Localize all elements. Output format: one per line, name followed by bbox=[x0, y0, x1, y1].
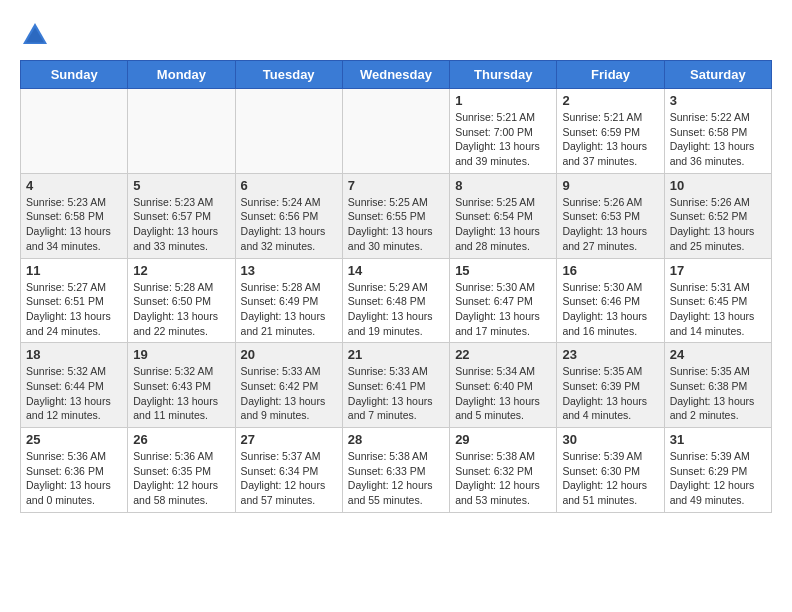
day-info: Sunrise: 5:29 AM Sunset: 6:48 PM Dayligh… bbox=[348, 280, 444, 339]
logo-icon bbox=[20, 20, 50, 50]
calendar-cell bbox=[235, 89, 342, 174]
calendar-cell: 3Sunrise: 5:22 AM Sunset: 6:58 PM Daylig… bbox=[664, 89, 771, 174]
calendar-cell: 31Sunrise: 5:39 AM Sunset: 6:29 PM Dayli… bbox=[664, 428, 771, 513]
day-info: Sunrise: 5:28 AM Sunset: 6:50 PM Dayligh… bbox=[133, 280, 229, 339]
day-info: Sunrise: 5:38 AM Sunset: 6:32 PM Dayligh… bbox=[455, 449, 551, 508]
calendar-cell: 7Sunrise: 5:25 AM Sunset: 6:55 PM Daylig… bbox=[342, 173, 449, 258]
calendar-table: SundayMondayTuesdayWednesdayThursdayFrid… bbox=[20, 60, 772, 513]
day-number: 20 bbox=[241, 347, 337, 362]
calendar-cell: 2Sunrise: 5:21 AM Sunset: 6:59 PM Daylig… bbox=[557, 89, 664, 174]
day-number: 25 bbox=[26, 432, 122, 447]
calendar-cell: 17Sunrise: 5:31 AM Sunset: 6:45 PM Dayli… bbox=[664, 258, 771, 343]
calendar-cell: 16Sunrise: 5:30 AM Sunset: 6:46 PM Dayli… bbox=[557, 258, 664, 343]
day-info: Sunrise: 5:27 AM Sunset: 6:51 PM Dayligh… bbox=[26, 280, 122, 339]
calendar-cell: 10Sunrise: 5:26 AM Sunset: 6:52 PM Dayli… bbox=[664, 173, 771, 258]
calendar-cell: 23Sunrise: 5:35 AM Sunset: 6:39 PM Dayli… bbox=[557, 343, 664, 428]
calendar-cell: 11Sunrise: 5:27 AM Sunset: 6:51 PM Dayli… bbox=[21, 258, 128, 343]
calendar-cell: 12Sunrise: 5:28 AM Sunset: 6:50 PM Dayli… bbox=[128, 258, 235, 343]
calendar-cell: 30Sunrise: 5:39 AM Sunset: 6:30 PM Dayli… bbox=[557, 428, 664, 513]
day-info: Sunrise: 5:31 AM Sunset: 6:45 PM Dayligh… bbox=[670, 280, 766, 339]
page-header bbox=[20, 20, 772, 50]
day-info: Sunrise: 5:39 AM Sunset: 6:29 PM Dayligh… bbox=[670, 449, 766, 508]
calendar-cell: 14Sunrise: 5:29 AM Sunset: 6:48 PM Dayli… bbox=[342, 258, 449, 343]
day-info: Sunrise: 5:39 AM Sunset: 6:30 PM Dayligh… bbox=[562, 449, 658, 508]
day-number: 10 bbox=[670, 178, 766, 193]
day-number: 16 bbox=[562, 263, 658, 278]
weekday-header-friday: Friday bbox=[557, 61, 664, 89]
day-info: Sunrise: 5:36 AM Sunset: 6:35 PM Dayligh… bbox=[133, 449, 229, 508]
calendar-cell: 1Sunrise: 5:21 AM Sunset: 7:00 PM Daylig… bbox=[450, 89, 557, 174]
calendar-week-row: 25Sunrise: 5:36 AM Sunset: 6:36 PM Dayli… bbox=[21, 428, 772, 513]
weekday-header-row: SundayMondayTuesdayWednesdayThursdayFrid… bbox=[21, 61, 772, 89]
calendar-cell: 5Sunrise: 5:23 AM Sunset: 6:57 PM Daylig… bbox=[128, 173, 235, 258]
day-number: 12 bbox=[133, 263, 229, 278]
day-info: Sunrise: 5:24 AM Sunset: 6:56 PM Dayligh… bbox=[241, 195, 337, 254]
day-number: 9 bbox=[562, 178, 658, 193]
weekday-header-sunday: Sunday bbox=[21, 61, 128, 89]
day-number: 28 bbox=[348, 432, 444, 447]
day-number: 17 bbox=[670, 263, 766, 278]
calendar-cell: 29Sunrise: 5:38 AM Sunset: 6:32 PM Dayli… bbox=[450, 428, 557, 513]
day-number: 6 bbox=[241, 178, 337, 193]
logo bbox=[20, 20, 54, 50]
calendar-cell: 4Sunrise: 5:23 AM Sunset: 6:58 PM Daylig… bbox=[21, 173, 128, 258]
calendar-cell: 26Sunrise: 5:36 AM Sunset: 6:35 PM Dayli… bbox=[128, 428, 235, 513]
day-number: 27 bbox=[241, 432, 337, 447]
day-info: Sunrise: 5:30 AM Sunset: 6:47 PM Dayligh… bbox=[455, 280, 551, 339]
day-number: 23 bbox=[562, 347, 658, 362]
calendar-cell: 18Sunrise: 5:32 AM Sunset: 6:44 PM Dayli… bbox=[21, 343, 128, 428]
calendar-week-row: 11Sunrise: 5:27 AM Sunset: 6:51 PM Dayli… bbox=[21, 258, 772, 343]
day-number: 29 bbox=[455, 432, 551, 447]
day-number: 13 bbox=[241, 263, 337, 278]
calendar-cell: 13Sunrise: 5:28 AM Sunset: 6:49 PM Dayli… bbox=[235, 258, 342, 343]
weekday-header-thursday: Thursday bbox=[450, 61, 557, 89]
calendar-cell: 9Sunrise: 5:26 AM Sunset: 6:53 PM Daylig… bbox=[557, 173, 664, 258]
day-number: 26 bbox=[133, 432, 229, 447]
day-info: Sunrise: 5:33 AM Sunset: 6:41 PM Dayligh… bbox=[348, 364, 444, 423]
calendar-cell bbox=[128, 89, 235, 174]
day-number: 21 bbox=[348, 347, 444, 362]
day-info: Sunrise: 5:30 AM Sunset: 6:46 PM Dayligh… bbox=[562, 280, 658, 339]
day-number: 1 bbox=[455, 93, 551, 108]
calendar-cell: 8Sunrise: 5:25 AM Sunset: 6:54 PM Daylig… bbox=[450, 173, 557, 258]
day-info: Sunrise: 5:28 AM Sunset: 6:49 PM Dayligh… bbox=[241, 280, 337, 339]
calendar-week-row: 1Sunrise: 5:21 AM Sunset: 7:00 PM Daylig… bbox=[21, 89, 772, 174]
day-number: 30 bbox=[562, 432, 658, 447]
calendar-cell: 25Sunrise: 5:36 AM Sunset: 6:36 PM Dayli… bbox=[21, 428, 128, 513]
day-info: Sunrise: 5:35 AM Sunset: 6:38 PM Dayligh… bbox=[670, 364, 766, 423]
day-number: 22 bbox=[455, 347, 551, 362]
day-info: Sunrise: 5:36 AM Sunset: 6:36 PM Dayligh… bbox=[26, 449, 122, 508]
day-info: Sunrise: 5:25 AM Sunset: 6:55 PM Dayligh… bbox=[348, 195, 444, 254]
calendar-cell: 22Sunrise: 5:34 AM Sunset: 6:40 PM Dayli… bbox=[450, 343, 557, 428]
day-info: Sunrise: 5:32 AM Sunset: 6:44 PM Dayligh… bbox=[26, 364, 122, 423]
day-info: Sunrise: 5:21 AM Sunset: 6:59 PM Dayligh… bbox=[562, 110, 658, 169]
day-info: Sunrise: 5:23 AM Sunset: 6:57 PM Dayligh… bbox=[133, 195, 229, 254]
day-number: 8 bbox=[455, 178, 551, 193]
day-number: 3 bbox=[670, 93, 766, 108]
weekday-header-saturday: Saturday bbox=[664, 61, 771, 89]
day-number: 14 bbox=[348, 263, 444, 278]
day-info: Sunrise: 5:37 AM Sunset: 6:34 PM Dayligh… bbox=[241, 449, 337, 508]
day-number: 2 bbox=[562, 93, 658, 108]
calendar-cell: 15Sunrise: 5:30 AM Sunset: 6:47 PM Dayli… bbox=[450, 258, 557, 343]
day-info: Sunrise: 5:34 AM Sunset: 6:40 PM Dayligh… bbox=[455, 364, 551, 423]
weekday-header-monday: Monday bbox=[128, 61, 235, 89]
calendar-cell: 21Sunrise: 5:33 AM Sunset: 6:41 PM Dayli… bbox=[342, 343, 449, 428]
calendar-cell bbox=[342, 89, 449, 174]
day-info: Sunrise: 5:23 AM Sunset: 6:58 PM Dayligh… bbox=[26, 195, 122, 254]
weekday-header-tuesday: Tuesday bbox=[235, 61, 342, 89]
calendar-cell: 6Sunrise: 5:24 AM Sunset: 6:56 PM Daylig… bbox=[235, 173, 342, 258]
calendar-cell bbox=[21, 89, 128, 174]
day-number: 24 bbox=[670, 347, 766, 362]
calendar-cell: 28Sunrise: 5:38 AM Sunset: 6:33 PM Dayli… bbox=[342, 428, 449, 513]
calendar-week-row: 18Sunrise: 5:32 AM Sunset: 6:44 PM Dayli… bbox=[21, 343, 772, 428]
day-number: 11 bbox=[26, 263, 122, 278]
day-info: Sunrise: 5:32 AM Sunset: 6:43 PM Dayligh… bbox=[133, 364, 229, 423]
day-info: Sunrise: 5:26 AM Sunset: 6:53 PM Dayligh… bbox=[562, 195, 658, 254]
calendar-cell: 24Sunrise: 5:35 AM Sunset: 6:38 PM Dayli… bbox=[664, 343, 771, 428]
day-info: Sunrise: 5:38 AM Sunset: 6:33 PM Dayligh… bbox=[348, 449, 444, 508]
calendar-cell: 19Sunrise: 5:32 AM Sunset: 6:43 PM Dayli… bbox=[128, 343, 235, 428]
day-number: 15 bbox=[455, 263, 551, 278]
calendar-week-row: 4Sunrise: 5:23 AM Sunset: 6:58 PM Daylig… bbox=[21, 173, 772, 258]
day-info: Sunrise: 5:33 AM Sunset: 6:42 PM Dayligh… bbox=[241, 364, 337, 423]
